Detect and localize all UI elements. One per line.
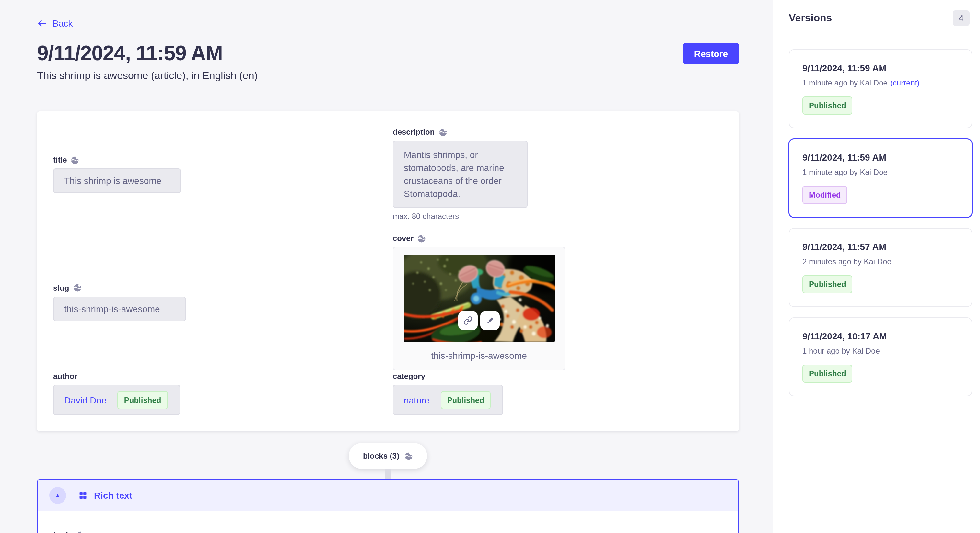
pencil-icon bbox=[485, 316, 495, 325]
description-hint: max. 80 characters bbox=[393, 212, 723, 221]
page-subtitle: This shrimp is awesome (article), in Eng… bbox=[37, 70, 258, 82]
version-status-badge: Published bbox=[802, 365, 853, 383]
cover-label: cover bbox=[393, 234, 414, 243]
version-history-page: Back 9/11/2024, 11:59 AM This shrimp is … bbox=[0, 0, 980, 533]
versions-title: Versions bbox=[789, 12, 832, 24]
author-status-badge: Published bbox=[118, 391, 168, 409]
page-title: 9/11/2024, 11:59 AM bbox=[37, 43, 258, 63]
blocks-accordion-pill[interactable]: blocks (3) bbox=[349, 443, 427, 469]
link-icon bbox=[463, 316, 473, 325]
version-timestamp: 9/11/2024, 11:59 AM bbox=[802, 152, 959, 163]
header-titles: 9/11/2024, 11:59 AM This shrimp is aweso… bbox=[37, 43, 258, 82]
version-card[interactable]: 9/11/2024, 11:57 AM 2 minutes ago by Kai… bbox=[789, 228, 972, 307]
category-relation-link[interactable]: nature bbox=[404, 395, 430, 405]
back-link[interactable]: Back bbox=[37, 18, 73, 29]
back-label: Back bbox=[52, 18, 73, 29]
title-label: title bbox=[53, 155, 67, 165]
globe-icon bbox=[404, 452, 413, 460]
cover-asset-card: this-shrimp-is-awesome bbox=[393, 247, 565, 370]
rich-text-block: ▲ Rich text body bbox=[37, 479, 739, 533]
current-version-tag: (current) bbox=[890, 78, 920, 87]
blocks-grid-icon bbox=[78, 491, 88, 500]
version-meta: 1 minute ago by Kai Doe(current) bbox=[802, 78, 959, 87]
cover-filename: this-shrimp-is-awesome bbox=[393, 342, 565, 370]
title-input: This shrimp is awesome bbox=[53, 168, 181, 193]
slug-label: slug bbox=[53, 283, 69, 292]
author-label: author bbox=[53, 372, 78, 381]
fields-row-3: author David Doe Published category bbox=[53, 372, 723, 415]
version-status-badge: Modified bbox=[802, 186, 848, 204]
field-cover: cover bbox=[393, 234, 723, 370]
body-label: body bbox=[54, 530, 72, 533]
collapse-toggle-button[interactable]: ▲ bbox=[49, 487, 66, 504]
author-relation: David Doe Published bbox=[53, 385, 180, 415]
version-meta: 2 minutes ago by Kai Doe bbox=[802, 257, 959, 266]
version-meta: 1 hour ago by Kai Doe bbox=[802, 346, 959, 355]
globe-icon bbox=[76, 531, 84, 533]
description-textarea: Mantis shrimps, or stomatopods, are mari… bbox=[393, 141, 528, 208]
rich-text-block-title: Rich text bbox=[94, 490, 132, 501]
field-author: author David Doe Published bbox=[53, 372, 393, 415]
version-card[interactable]: 9/11/2024, 11:59 AM 1 minute ago by Kai … bbox=[789, 139, 972, 217]
version-status-badge: Published bbox=[802, 275, 853, 293]
field-title: title This shrimp is awesome bbox=[53, 155, 393, 193]
version-status-badge: Published bbox=[802, 97, 853, 115]
slug-input: this-shrimp-is-awesome bbox=[53, 296, 186, 321]
globe-icon bbox=[71, 156, 80, 164]
versions-count-badge: 4 bbox=[953, 10, 970, 25]
version-timestamp: 9/11/2024, 11:59 AM bbox=[802, 63, 959, 73]
category-relation: nature Published bbox=[393, 385, 503, 415]
version-card[interactable]: 9/11/2024, 10:17 AM 1 hour ago by Kai Do… bbox=[789, 317, 972, 397]
versions-header: Versions 4 bbox=[773, 0, 980, 36]
rich-text-block-body: body bbox=[38, 511, 738, 533]
cover-image bbox=[404, 254, 555, 342]
back-arrow-icon bbox=[37, 18, 47, 29]
restore-button[interactable]: Restore bbox=[683, 43, 739, 64]
globe-icon bbox=[439, 128, 447, 136]
fields-row-1: title This shrimp is awesome description bbox=[53, 128, 723, 221]
rich-text-block-header[interactable]: ▲ Rich text bbox=[38, 480, 738, 511]
copy-link-button[interactable] bbox=[458, 311, 478, 330]
field-description: description Mantis shrimps, or stomatopo… bbox=[393, 128, 723, 221]
globe-icon bbox=[73, 284, 81, 292]
blocks-pill-label: blocks (3) bbox=[363, 451, 399, 460]
field-category: category nature Published bbox=[393, 372, 723, 415]
header-row: 9/11/2024, 11:59 AM This shrimp is aweso… bbox=[37, 43, 739, 82]
field-slug: slug this-shrimp-is-awesome bbox=[53, 283, 393, 321]
fields-card: title This shrimp is awesome description bbox=[37, 111, 739, 431]
back-row: Back bbox=[37, 18, 739, 31]
fields-row-2: slug this-shrimp-is-awesome cover bbox=[53, 234, 723, 370]
version-timestamp: 9/11/2024, 11:57 AM bbox=[802, 241, 959, 252]
version-card[interactable]: 9/11/2024, 11:59 AM 1 minute ago by Kai … bbox=[789, 49, 972, 128]
versions-list: 9/11/2024, 11:59 AM 1 minute ago by Kai … bbox=[773, 36, 980, 407]
version-meta: 1 minute ago by Kai Doe bbox=[802, 168, 959, 177]
category-label: category bbox=[393, 372, 425, 381]
globe-icon bbox=[417, 234, 426, 243]
category-status-badge: Published bbox=[441, 391, 491, 409]
cover-actions bbox=[458, 311, 500, 330]
version-timestamp: 9/11/2024, 10:17 AM bbox=[802, 331, 959, 341]
description-label: description bbox=[393, 128, 434, 136]
blocks-connector bbox=[385, 469, 391, 479]
chevron-up-icon: ▲ bbox=[55, 493, 60, 498]
author-relation-link[interactable]: David Doe bbox=[64, 395, 107, 405]
versions-sidebar: Versions 4 9/11/2024, 11:59 AM 1 minute … bbox=[773, 0, 980, 533]
edit-asset-button[interactable] bbox=[480, 311, 500, 330]
main-panel: Back 9/11/2024, 11:59 AM This shrimp is … bbox=[0, 0, 773, 533]
